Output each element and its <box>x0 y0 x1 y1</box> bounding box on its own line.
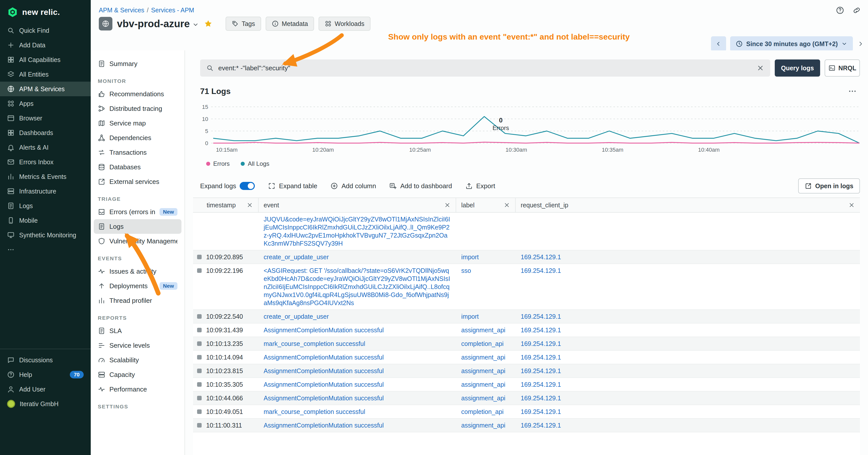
table-row[interactable]: 10:09:31.439 AssignmentCompletionMutatio… <box>193 324 860 337</box>
request-ip-link[interactable]: 169.254.129.1 <box>521 313 561 320</box>
log-query-input[interactable] <box>218 64 752 72</box>
nrql-button[interactable]: NRQL <box>825 60 860 76</box>
subnav-item-errors-errors-inb[interactable]: Errors (errors inb...New <box>94 204 182 219</box>
sidebar-item-mobile[interactable]: Mobile <box>0 213 91 228</box>
sidebar-item-apps[interactable]: Apps <box>0 96 91 111</box>
event-link[interactable]: AssignmentCompletionMutation successful <box>264 354 384 361</box>
subnav-item-logs[interactable]: Logs <box>94 219 182 234</box>
request-ip-link[interactable]: 169.254.129.1 <box>521 394 561 401</box>
subnav-item-sla[interactable]: SLA <box>94 324 182 338</box>
table-row[interactable]: 10:10:44.066 AssignmentCompletionMutatio… <box>193 391 860 405</box>
sidebar-item-dashboards[interactable]: Dashboards <box>0 126 91 140</box>
workloads-button[interactable]: Workloads <box>318 17 371 31</box>
time-forward-button[interactable] <box>857 40 864 47</box>
subnav-item-capacity[interactable]: Capacity <box>94 367 182 382</box>
label-link[interactable]: completion_api <box>461 340 503 347</box>
event-link[interactable]: JUQVU&code=eyJraWQiOiJjcGltY29yZV8wOTl1M… <box>264 216 450 247</box>
sidebar-item-logs[interactable]: Logs <box>0 198 91 213</box>
time-back-button[interactable] <box>711 36 726 52</box>
subnav-item-thread-profiler[interactable]: Thread profiler <box>94 293 182 308</box>
subnav-item-scalability[interactable]: Scalability <box>94 353 182 367</box>
event-link[interactable]: AssignmentCompletionMutation successful <box>264 394 384 401</box>
permalink-icon[interactable] <box>852 6 861 14</box>
favorite-star-icon[interactable] <box>204 20 213 28</box>
event-link[interactable]: AssignmentCompletionMutation successful <box>264 422 384 429</box>
tags-button[interactable]: Tags <box>225 17 261 31</box>
request-ip-link[interactable]: 169.254.129.1 <box>521 354 561 361</box>
legend-item-errors[interactable]: Errors <box>206 160 229 167</box>
subnav-item-external-services[interactable]: External services <box>94 174 182 189</box>
label-link[interactable]: assignment_api <box>461 394 505 401</box>
sidebar-item-browser[interactable]: Browser <box>0 111 91 126</box>
table-row[interactable]: 10:10:14.094 AssignmentCompletionMutatio… <box>193 351 860 364</box>
subnav-item-distributed-tracing[interactable]: Distributed tracing <box>94 101 182 116</box>
clear-query-icon[interactable] <box>756 64 764 72</box>
subnav-item-issues-activity[interactable]: Issues & activity <box>94 264 182 279</box>
expand-logs-toggle[interactable] <box>240 182 255 190</box>
subnav-item-performance[interactable]: Performance <box>94 382 182 396</box>
label-link[interactable]: assignment_api <box>461 422 505 429</box>
help-icon[interactable] <box>836 6 844 14</box>
request-ip-link[interactable]: 169.254.129.1 <box>521 408 561 415</box>
table-row[interactable]: 10:10:23.815 AssignmentCompletionMutatio… <box>193 364 860 378</box>
event-link[interactable]: create_or_update_user <box>264 254 329 260</box>
event-link[interactable]: create_or_update_user <box>264 313 329 320</box>
request-ip-link[interactable]: 169.254.129.1 <box>521 326 561 333</box>
metadata-button[interactable]: Metadata <box>266 17 314 31</box>
request-ip-link[interactable]: 169.254.129.1 <box>521 367 561 375</box>
subnav-item-service-levels[interactable]: Service levels <box>94 338 182 353</box>
table-row[interactable]: 10:09:22.540 create_or_update_user impor… <box>193 310 860 324</box>
sidebar-item-add-user[interactable]: Add User <box>0 382 91 396</box>
request-ip-link[interactable]: 169.254.129.1 <box>521 267 561 274</box>
chart-menu-icon[interactable] <box>848 87 857 96</box>
label-link[interactable]: assignment_api <box>461 381 505 388</box>
sidebar-item-more[interactable] <box>0 242 91 257</box>
sidebar-item-all-entities[interactable]: All Entities <box>0 67 91 82</box>
sidebar-item-quick-find[interactable]: Quick Find <box>0 23 91 38</box>
subnav-item-transactions[interactable]: Transactions <box>94 145 182 160</box>
event-link[interactable]: mark_course_completion successful <box>264 340 365 347</box>
add-column-button[interactable]: Add column <box>331 182 376 190</box>
table-row[interactable]: 10:09:20.895 create_or_update_user impor… <box>193 251 860 264</box>
sidebar-item-errors-inbox[interactable]: Errors Inbox <box>0 155 91 169</box>
subnav-item-dependencies[interactable]: Dependencies <box>94 130 182 145</box>
subnav-item-vulnerability-management[interactable]: Vulnerability Management <box>94 234 182 249</box>
open-in-logs-button[interactable]: Open in logs <box>798 178 860 194</box>
subnav-item-summary[interactable]: Summary <box>94 57 182 71</box>
sidebar-item-synthetic-monitoring[interactable]: Synthetic Monitoring <box>0 228 91 242</box>
label-link[interactable]: sso <box>461 267 471 274</box>
table-row[interactable]: 10:10:13.235 mark_course_completion succ… <box>193 337 860 351</box>
newrelic-logo[interactable]: new relic. <box>0 0 91 23</box>
subnav-item-recommendations[interactable]: Recommendations <box>94 87 182 101</box>
label-link[interactable]: completion_api <box>461 408 503 415</box>
label-link[interactable]: assignment_api <box>461 326 505 333</box>
label-link[interactable]: assignment_api <box>461 367 505 375</box>
sidebar-item-apm-services[interactable]: APM & Services <box>0 82 91 96</box>
remove-column-icon[interactable] <box>503 202 510 208</box>
request-ip-link[interactable]: 169.254.129.1 <box>521 381 561 388</box>
request-ip-link[interactable]: 169.254.129.1 <box>521 254 561 260</box>
remove-column-icon[interactable] <box>247 202 253 208</box>
event-link[interactable]: AssignmentCompletionMutation successful <box>264 367 384 375</box>
label-link[interactable]: import <box>461 254 478 260</box>
sidebar-item-iterativ-gmbh[interactable]: Iterativ GmbH <box>0 396 91 411</box>
sidebar-item-help[interactable]: Help70 <box>0 367 91 382</box>
sidebar-item-discussions[interactable]: Discussions <box>0 353 91 367</box>
subnav-item-deployments[interactable]: DeploymentsNew <box>94 279 182 293</box>
subnav-item-databases[interactable]: Databases <box>94 160 182 174</box>
add-to-dashboard-button[interactable]: Add to dashboard <box>389 182 452 190</box>
event-link[interactable]: <ASGIRequest: GET '/sso/callback/?state=… <box>264 267 450 306</box>
remove-column-icon[interactable] <box>444 202 451 208</box>
event-link[interactable]: AssignmentCompletionMutation successful <box>264 326 384 333</box>
label-link[interactable]: import <box>461 313 478 320</box>
event-link[interactable]: mark_course_completion successful <box>264 408 365 415</box>
table-row[interactable]: 10:10:49.051 mark_course_completion succ… <box>193 405 860 419</box>
remove-column-icon[interactable] <box>848 202 855 208</box>
breadcrumb-link-apm-services[interactable]: APM & Services <box>99 6 145 13</box>
table-row[interactable]: 10:11:00.311 AssignmentCompletionMutatio… <box>193 419 860 432</box>
breadcrumb-link-services-apm[interactable]: Services - APM <box>151 6 194 13</box>
entity-chevron-down-icon[interactable] <box>192 22 199 28</box>
request-ip-link[interactable]: 169.254.129.1 <box>521 340 561 347</box>
table-row[interactable]: 10:09:22.196 <ASGIRequest: GET '/sso/cal… <box>193 264 860 310</box>
subnav-item-service-map[interactable]: Service map <box>94 116 182 130</box>
